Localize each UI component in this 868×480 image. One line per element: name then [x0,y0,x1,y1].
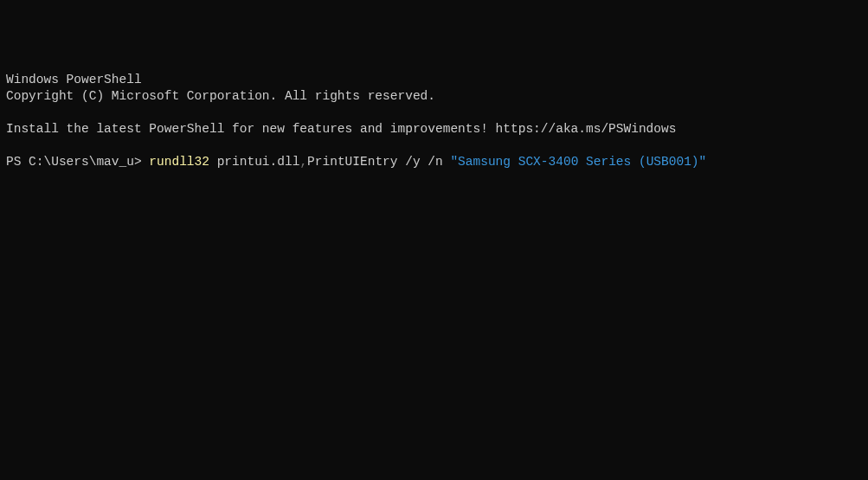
header-line-2: Copyright (C) Microsoft Corporation. All… [6,88,862,105]
install-message-text: Install the latest PowerShell for new fe… [6,122,496,136]
command-args-2: PrintUIEntry /y /n [307,155,450,169]
prompt-prefix: PS C:\Users\mav_u> [6,155,149,169]
command-line[interactable]: PS C:\Users\mav_u> rundll32 printui.dll,… [6,154,862,170]
blank-line [6,105,862,121]
command-args-1: printui.dll [209,155,299,169]
command-comma: , [299,155,307,169]
command-name: rundll32 [149,155,209,169]
command-string-arg: "Samsung SCX-3400 Series (USB001)" [450,155,706,169]
install-message-line: Install the latest PowerShell for new fe… [6,121,862,138]
install-message-url: https://aka.ms/PSWindows [496,122,677,136]
powershell-terminal[interactable]: Windows PowerShellCopyright (C) Microsof… [6,72,862,480]
header-line-1: Windows PowerShell [6,72,862,88]
blank-line [6,138,862,154]
